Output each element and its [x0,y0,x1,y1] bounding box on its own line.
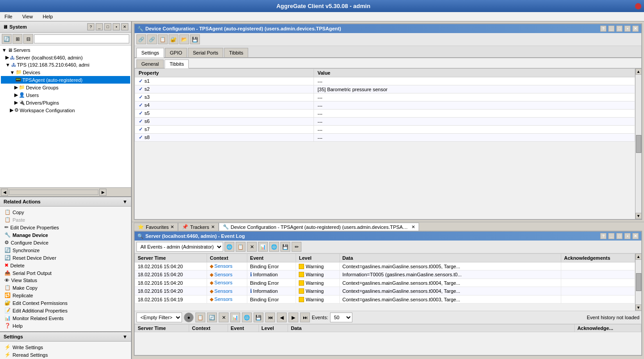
filter-btn-2[interactable]: 📋 [195,313,205,322]
event-table-row[interactable]: 18.02.2016 15:04:20◆SensorsBinding Error… [135,262,635,270]
action-edit-additional-properties[interactable]: 📝 Edit Additional Properties [4,307,127,314]
tree-item-devices[interactable]: ▼ 📁 Devices [1,68,130,76]
event-context-link[interactable]: Sensors [214,272,232,277]
tab-settings[interactable]: Settings [136,48,164,58]
window-minimize-button[interactable]: _ [608,25,614,32]
menu-file[interactable]: File [2,13,15,20]
scroll-right-button[interactable]: ▶ [99,189,106,196]
event-btn-4[interactable]: 📊 [258,242,268,252]
device-table-row[interactable]: ✓s3--- [135,93,635,101]
bottom-tab-trackers[interactable]: 📌 Trackers ✕ [178,223,218,231]
event-btn-2[interactable]: 📋 [236,242,246,252]
menu-view[interactable]: View [20,13,36,20]
scroll-left-button[interactable]: ◀ [1,189,8,196]
trackers-close-button[interactable]: ✕ [211,224,215,229]
tree-item-drivers[interactable]: ▶ 🔌 Drivers/Plugins [1,99,130,106]
event-context-link[interactable]: Sensors [214,288,232,294]
event-table-row[interactable]: 18.02.2016 15:04:20◆SensorsBinding Error… [135,279,635,287]
window-maximize-button[interactable]: □ [616,25,623,32]
action-synchronize[interactable]: 🔄 Synchronize [4,246,127,254]
collapse-button[interactable]: ⊟ [23,34,33,44]
toolbar-btn-6[interactable]: 💾 [190,34,200,44]
panel-restore-button[interactable]: ▪ [113,23,120,30]
filter-btn-4[interactable]: ✕ [219,313,229,322]
toolbar-btn-5[interactable]: 📂 [179,34,189,44]
event-btn-3[interactable]: ✕ [247,242,257,252]
app-close-button[interactable] [635,3,641,9]
toolbar-btn-1[interactable]: 🔗 [136,34,146,44]
action-paste[interactable]: 📋 Paste [4,216,127,224]
tree-item-server-local[interactable]: ▶ 🖧 Server (localhost:6460, admin) [1,54,130,61]
action-edit-device-properties[interactable]: ✏ Edit Device Properties [4,224,127,231]
event-table-row[interactable]: 18.02.2016 15:04:20◆SensorsℹInformationW… [135,287,635,296]
sub-tab-general[interactable]: General [136,59,164,68]
filter-btn-7[interactable]: 💾 [254,313,263,322]
expand-button[interactable]: ⊞ [13,34,22,44]
action-make-copy[interactable]: 📋 Make Copy [4,284,127,291]
action-reread-settings[interactable]: ⚡ Reread Settings [4,351,127,359]
device-table-row[interactable]: ✓s1--- [135,77,635,85]
events-count-select[interactable]: 50 [330,313,352,322]
tree-item-users[interactable]: ▶ 👤 Users [1,91,130,99]
filter-btn-1[interactable]: ● [184,313,194,322]
event-context-link[interactable]: Sensors [214,296,232,302]
action-manage-device[interactable]: 🔧 Manage Device [4,231,127,239]
action-help[interactable]: ❓ Help [4,322,127,329]
action-delete[interactable]: ✖ Delete [4,262,127,269]
window-close-button[interactable]: ✕ [632,25,639,32]
scroll-down-button[interactable]: ▼ [636,213,642,219]
scroll-up-button[interactable]: ▲ [636,68,642,75]
panel-maximize-button[interactable]: □ [104,23,111,30]
device-table-row[interactable]: ✓s7--- [135,126,635,134]
panel-minimize-button[interactable]: _ [96,23,103,30]
favourites-close-button[interactable]: ✕ [170,224,174,229]
event-btn-6[interactable]: 💾 [280,242,290,252]
event-btn-5[interactable]: 🌐 [269,242,279,252]
event-scroll-thumb[interactable] [636,273,641,291]
action-view-status[interactable]: 👁 View Status [4,277,127,284]
tree-item-tpsagent[interactable]: 📟 TPSAgent (auto-registered) [1,76,130,84]
filter-btn-nav-next[interactable]: ▶ [288,313,298,322]
event-scroll-down[interactable]: ▼ [636,304,642,311]
device-table-row[interactable]: ✓s4--- [135,101,635,110]
event-btn-7[interactable]: ✏ [292,242,301,252]
bottom-tab-favourites[interactable]: ⭐ Favourites ✕ [134,223,178,231]
event-log-restore-button[interactable]: ▪ [624,233,631,239]
tree-item-workspace[interactable]: ▶ ⚙ Workspace Configuration [1,106,130,114]
device-table-row[interactable]: ✓s8--- [135,134,635,142]
event-table-row[interactable]: 18.02.2016 15:04:20◆SensorsℹInformationW… [135,270,635,279]
event-context-link[interactable]: Sensors [214,263,232,269]
event-btn-1[interactable]: 🌐 [225,242,234,252]
related-actions-header[interactable]: Related Actions ▼ [0,197,131,207]
filter-btn-nav-prev[interactable]: ◀ [277,313,287,322]
filter-btn-5[interactable]: 📊 [230,313,240,322]
event-scroll-up[interactable]: ▲ [636,253,642,260]
action-edit-context-permissions[interactable]: 🔐 Edit Context Permissions [4,299,127,307]
event-log-minimize-button[interactable]: _ [608,233,614,239]
action-replicate[interactable]: 🔁 Replicate [4,291,127,299]
search-input[interactable] [34,34,129,43]
filter-btn-nav-start[interactable]: ⏮ [265,313,275,322]
device-table-row[interactable]: ✓s6--- [135,118,635,126]
toolbar-btn-3[interactable]: 📋 [158,34,168,44]
sub-tab-tibbits[interactable]: Tibbits [165,59,189,68]
tab-tibbits[interactable]: Tibbits [224,48,248,57]
event-log-close-button[interactable]: ✕ [632,233,639,239]
window-restore-button[interactable]: ▪ [624,25,631,32]
scroll-thumb[interactable] [636,135,641,153]
device-table-row[interactable]: ✓s5--- [135,110,635,118]
bottom-tab-device-config[interactable]: 🔧 Device Configuration - TPSAgent (auto-… [219,223,419,231]
tree-item-server-tps[interactable]: ▼ 🖧 TPS (192.168.75.210:6460, admi [1,61,130,68]
filter-btn-6[interactable]: 🌐 [242,313,252,322]
event-table-row[interactable]: 18.02.2016 15:04:19◆SensorsBinding Error… [135,296,635,304]
device-config-close-button[interactable]: ✕ [411,224,415,229]
action-copy[interactable]: 📋 Copy [4,208,127,216]
action-monitor-related-events[interactable]: 📊 Monitor Related Events [4,314,127,322]
toolbar-btn-4[interactable]: 🔐 [169,34,178,44]
panel-close-button[interactable]: ✕ [121,23,128,30]
tree-item-servers[interactable]: ▼ 🖥 Servers [1,46,130,54]
event-log-help-button[interactable]: ? [600,233,606,239]
tree-item-device-groups[interactable]: ▶ 📁 Device Groups [1,84,130,91]
event-log-maximize-button[interactable]: □ [616,233,623,239]
action-write-settings[interactable]: ⚡ Write Settings [4,343,127,351]
